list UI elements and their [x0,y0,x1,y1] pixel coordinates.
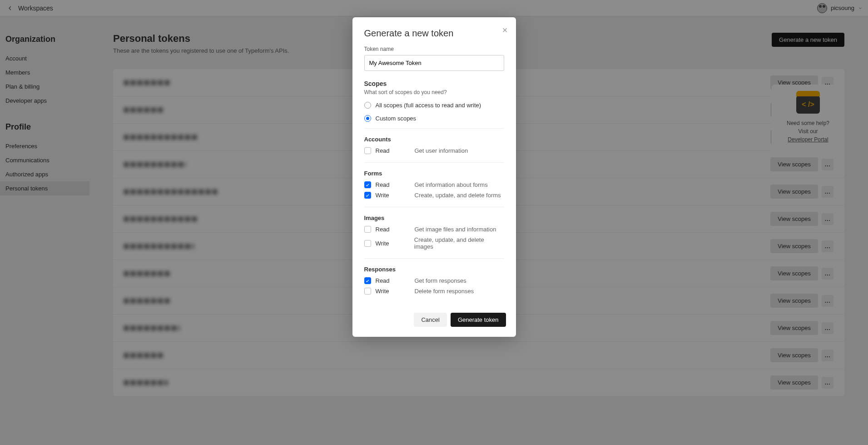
modal-title: Generate a new token [364,28,504,39]
scope-description: Get information about forms [415,181,488,188]
scope-action-label: Write [376,192,415,199]
scope-action-label: Write [376,240,414,247]
token-name-input[interactable] [364,55,504,71]
token-name-label: Token name [364,46,504,52]
scope-group-title: Responses [364,266,504,273]
close-icon[interactable]: × [502,25,508,35]
radio-icon [364,115,371,122]
scope-row: ReadGet information about forms [364,181,504,188]
scope-row: ReadGet user information [364,147,504,154]
checkbox-accounts-read[interactable] [364,147,371,154]
scope-description: Delete form responses [415,288,474,295]
checkbox-responses-read[interactable] [364,277,371,284]
cancel-button[interactable]: Cancel [414,313,446,327]
scope-row: ReadGet form responses [364,277,504,284]
radio-custom-label: Custom scopes [376,115,417,122]
scope-row: WriteDelete form responses [364,288,504,295]
scope-row: WriteCreate, update, and delete forms [364,192,504,199]
radio-all-label: All scopes (full access to read and writ… [376,102,481,109]
generate-token-button[interactable]: Generate token [451,313,506,327]
scope-description: Create, update, and delete images [414,236,504,250]
scope-group-title: Accounts [364,136,504,143]
scope-action-label: Write [376,288,415,295]
scope-description: Create, update, and delete forms [415,192,501,199]
checkbox-forms-write[interactable] [364,192,371,199]
scope-description: Get user information [415,147,468,154]
radio-all-scopes[interactable]: All scopes (full access to read and writ… [364,102,504,109]
scope-action-label: Read [376,277,415,284]
scope-row: WriteCreate, update, and delete images [364,236,504,250]
scope-action-label: Read [376,147,415,154]
radio-custom-scopes[interactable]: Custom scopes [364,115,504,122]
scope-action-label: Read [376,181,415,188]
scope-group-title: Forms [364,170,504,177]
scopes-heading: Scopes [364,80,504,87]
scopes-subheading: What sort of scopes do you need? [364,89,504,95]
checkbox-images-write[interactable] [364,240,371,247]
scope-action-label: Read [376,226,415,233]
checkbox-forms-read[interactable] [364,181,371,188]
radio-icon [364,102,371,109]
checkbox-responses-write[interactable] [364,288,371,295]
scope-description: Get image files and information [415,226,496,233]
scope-description: Get form responses [415,277,466,284]
scope-group-title: Images [364,215,504,221]
checkbox-images-read[interactable] [364,226,371,233]
scope-row: ReadGet image files and information [364,226,504,233]
